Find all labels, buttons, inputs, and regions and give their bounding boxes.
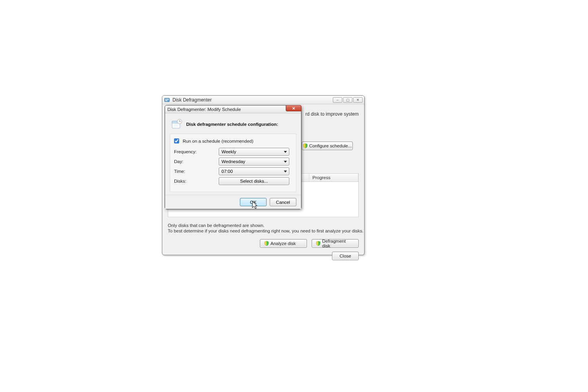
analyze-disk-button[interactable]: Analyze disk: [260, 239, 307, 248]
close-row: Close: [332, 252, 359, 260]
ok-button[interactable]: OK: [240, 198, 267, 206]
window-controls: – ▢ ✕: [333, 97, 363, 103]
close-window-button[interactable]: ✕: [353, 97, 363, 103]
defragment-disk-label: Defragment disk: [322, 239, 354, 248]
calendar-icon: [171, 119, 182, 130]
configure-schedule-label: Configure schedule...: [309, 143, 352, 148]
close-button[interactable]: Close: [332, 252, 359, 260]
close-button-label: Close: [339, 254, 351, 258]
shield-icon: [264, 241, 269, 246]
frequency-value: Weekly: [221, 149, 236, 154]
main-titlebar[interactable]: Disk Defragmenter – ▢ ✕: [162, 96, 364, 104]
modal-body: Disk defragmenter schedule configuration…: [165, 113, 301, 192]
svg-rect-3: [165, 100, 167, 101]
defragment-disk-button[interactable]: Defragment disk: [312, 239, 359, 248]
frequency-select[interactable]: Weekly: [219, 148, 289, 156]
minimize-button[interactable]: –: [333, 97, 342, 103]
modal-title: Disk Defragmenter: Modify Schedule: [167, 107, 241, 112]
select-disks-button[interactable]: Select disks...: [219, 177, 289, 185]
ok-button-label: OK: [250, 200, 257, 205]
note-line-1: Only disks that can be defragmented are …: [168, 223, 363, 228]
note-line-2: To best determine if your disks need def…: [168, 228, 363, 234]
note-text: Only disks that can be defragmented are …: [168, 223, 363, 234]
bottom-buttons: Analyze disk Defragment disk: [260, 239, 359, 248]
shield-icon: [303, 143, 308, 148]
svg-rect-0: [165, 98, 169, 102]
run-schedule-checkbox[interactable]: [174, 138, 179, 143]
day-row: Day: Wednesday: [174, 158, 292, 165]
time-value: 07:00: [221, 169, 233, 174]
configure-schedule-button[interactable]: Configure schedule...: [302, 142, 353, 150]
frequency-row: Frequency: Weekly: [174, 148, 292, 156]
modal-header-text: Disk defragmenter schedule configuration…: [186, 122, 278, 127]
info-text-fragment: rd disk to improve system: [305, 111, 359, 117]
modify-schedule-dialog: Disk Defragmenter: Modify Schedule ✕ Dis…: [165, 105, 301, 209]
maximize-button[interactable]: ▢: [343, 97, 352, 103]
defrag-app-icon: [164, 97, 170, 103]
select-disks-label: Select disks...: [240, 179, 268, 183]
day-value: Wednesday: [221, 159, 245, 164]
day-label: Day:: [174, 159, 219, 164]
time-select[interactable]: 07:00: [219, 167, 289, 175]
close-icon: ✕: [292, 106, 295, 111]
time-row: Time: 07:00: [174, 167, 292, 175]
svg-rect-2: [167, 99, 169, 100]
modal-titlebar[interactable]: Disk Defragmenter: Modify Schedule ✕: [165, 105, 301, 113]
shield-icon: [316, 241, 321, 246]
run-schedule-row: Run on a schedule (recommended): [172, 137, 292, 145]
disks-row: Disks: Select disks...: [174, 177, 292, 185]
modal-header: Disk defragmenter schedule configuration…: [170, 116, 296, 134]
day-select[interactable]: Wednesday: [219, 158, 289, 165]
analyze-disk-label: Analyze disk: [270, 241, 296, 246]
col-progress: Progress: [309, 174, 358, 181]
modal-footer: OK Cancel: [165, 195, 301, 209]
cancel-button[interactable]: Cancel: [270, 198, 296, 206]
modal-close-button[interactable]: ✕: [286, 105, 301, 111]
main-window-title: Disk Defragmenter: [172, 97, 333, 103]
schedule-group: Run on a schedule (recommended) Frequenc…: [170, 134, 296, 192]
run-schedule-label: Run on a schedule (recommended): [183, 139, 253, 143]
cancel-button-label: Cancel: [276, 200, 290, 205]
time-label: Time:: [174, 169, 219, 174]
frequency-label: Frequency:: [174, 149, 219, 154]
svg-rect-1: [165, 99, 167, 100]
disks-label: Disks:: [174, 179, 219, 183]
